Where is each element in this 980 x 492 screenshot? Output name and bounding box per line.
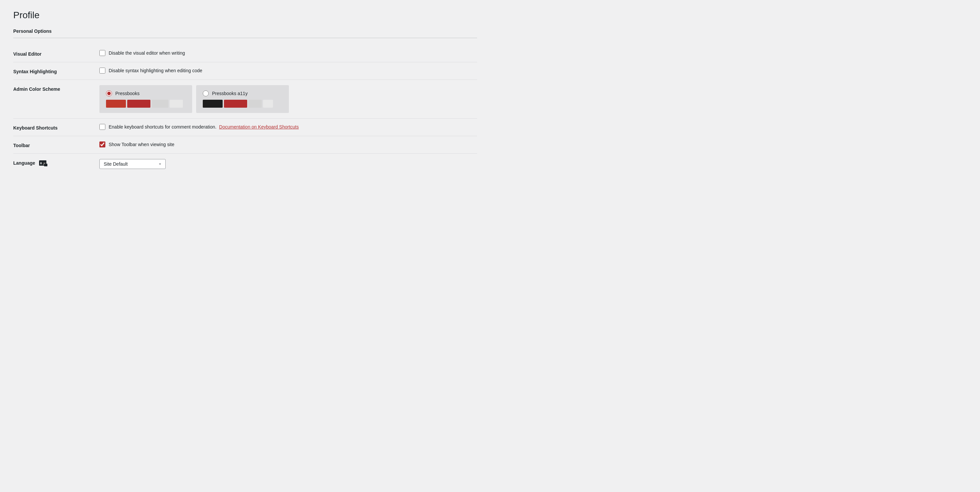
admin-color-scheme-label: Admin Color Scheme [13, 85, 99, 92]
keyboard-shortcuts-inner: Enable keyboard shortcuts for comment mo… [99, 124, 299, 130]
pressbooks-radio-label[interactable]: Pressbooks [106, 91, 186, 96]
keyboard-shortcuts-checkbox-text: Enable keyboard shortcuts for comment mo… [109, 124, 216, 129]
syntax-highlighting-checkbox-label[interactable]: Disable syntax highlighting when editing… [99, 68, 202, 73]
language-icon: A あ [39, 160, 46, 166]
pressbooks-a11y-swatch-3 [248, 100, 262, 108]
pressbooks-swatch-4 [170, 100, 183, 108]
toolbar-checkbox-label[interactable]: Show Toolbar when viewing site [99, 142, 174, 147]
toolbar-checkbox[interactable] [99, 142, 105, 147]
pressbooks-a11y-swatches [203, 100, 282, 108]
visual-editor-checkbox-label[interactable]: Disable the visual editor when writing [99, 50, 185, 56]
admin-color-scheme-content: Pressbooks Pressbooks a11y [99, 85, 477, 113]
pressbooks-a11y-swatch-2 [224, 100, 247, 108]
pressbooks-swatches [106, 100, 186, 108]
keyboard-shortcuts-row: Keyboard Shortcuts Enable keyboard short… [13, 119, 477, 136]
pressbooks-radio[interactable] [106, 91, 112, 96]
svg-text:あ: あ [43, 163, 46, 165]
color-scheme-container: Pressbooks Pressbooks a11y [99, 85, 289, 113]
keyboard-shortcuts-label: Keyboard Shortcuts [13, 124, 99, 131]
syntax-highlighting-checkbox-text: Disable syntax highlighting when editing… [109, 68, 202, 73]
keyboard-shortcuts-link[interactable]: Documentation on Keyboard Shortcuts [219, 124, 299, 129]
keyboard-shortcuts-checkbox[interactable] [99, 124, 105, 130]
pressbooks-label: Pressbooks [115, 91, 140, 96]
language-content: Site Default English (United States) Fra… [99, 159, 477, 169]
toolbar-content: Show Toolbar when viewing site [99, 142, 477, 147]
pressbooks-a11y-swatch-4 [263, 100, 273, 108]
pressbooks-a11y-radio[interactable] [203, 91, 209, 96]
syntax-highlighting-content: Disable syntax highlighting when editing… [99, 68, 477, 73]
admin-color-scheme-row: Admin Color Scheme Pressbooks [13, 80, 477, 119]
visual-editor-label: Visual Editor [13, 50, 99, 57]
pressbooks-a11y-radio-label[interactable]: Pressbooks a11y [203, 91, 282, 96]
language-row: Language A あ Site Default English (Unite… [13, 154, 477, 174]
color-scheme-pressbooks[interactable]: Pressbooks [99, 85, 192, 113]
pressbooks-a11y-swatch-1 [203, 100, 223, 108]
page-title: Profile [13, 10, 477, 21]
pressbooks-a11y-label: Pressbooks a11y [212, 91, 248, 96]
visual-editor-content: Disable the visual editor when writing [99, 50, 477, 56]
syntax-highlighting-row: Syntax Highlighting Disable syntax highl… [13, 62, 477, 80]
visual-editor-checkbox-text: Disable the visual editor when writing [109, 50, 185, 56]
language-label: Language A あ [13, 159, 99, 166]
syntax-highlighting-label: Syntax Highlighting [13, 68, 99, 74]
section-personal-options: Personal Options [13, 29, 477, 38]
pressbooks-swatch-1 [106, 100, 126, 108]
toolbar-checkbox-text: Show Toolbar when viewing site [109, 142, 174, 147]
visual-editor-row: Visual Editor Disable the visual editor … [13, 45, 477, 62]
toolbar-row: Toolbar Show Toolbar when viewing site [13, 136, 477, 154]
color-scheme-pressbooks-a11y[interactable]: Pressbooks a11y [196, 85, 289, 113]
pressbooks-swatch-2 [127, 100, 150, 108]
visual-editor-checkbox[interactable] [99, 50, 105, 56]
toolbar-label: Toolbar [13, 142, 99, 148]
language-select[interactable]: Site Default English (United States) Fra… [99, 159, 165, 169]
svg-text:A: A [40, 162, 42, 165]
pressbooks-swatch-3 [152, 100, 168, 108]
keyboard-shortcuts-checkbox-label[interactable]: Enable keyboard shortcuts for comment mo… [99, 124, 216, 130]
syntax-highlighting-checkbox[interactable] [99, 68, 105, 73]
keyboard-shortcuts-content: Enable keyboard shortcuts for comment mo… [99, 124, 477, 130]
